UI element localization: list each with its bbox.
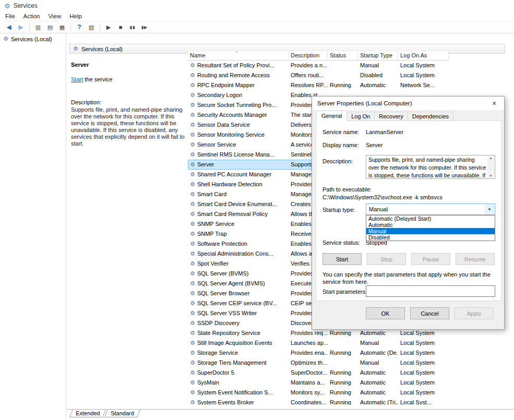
column-header-description[interactable]: Description <box>289 51 328 61</box>
menu-item-action[interactable]: Action <box>19 13 44 19</box>
service-description-cell: Coordinates... <box>289 398 328 405</box>
service-name-cell: ⚙Spot Verifier <box>188 259 289 269</box>
service-description-cell: Resolves RP... <box>289 80 328 90</box>
service-gear-icon: ⚙ <box>190 320 195 326</box>
service-gear-icon: ⚙ <box>190 310 195 316</box>
forward-icon[interactable]: ▶ <box>15 22 27 32</box>
help-icon[interactable]: ? <box>74 22 85 32</box>
start-parameters-hint: You can specify the start parameters tha… <box>322 271 496 285</box>
service-gear-icon: ⚙ <box>190 340 195 346</box>
service-row[interactable]: ⚙SuperDoctor 5SuperDoctor...RunningAutom… <box>188 368 449 378</box>
scroll-down-icon[interactable]: ▼ <box>489 174 493 178</box>
menu-item-view[interactable]: View <box>44 13 66 19</box>
dialog-titlebar[interactable]: Server Properties (Local Computer) <box>312 97 504 110</box>
dialog-close-icon[interactable]: × <box>484 97 504 110</box>
tree-item-services-local[interactable]: ⚙ Services (Local) <box>0 33 66 44</box>
show-console-tree-icon[interactable]: ▥ <box>32 22 44 32</box>
selected-service-title: Server <box>71 62 187 68</box>
service-name-cell: ⚙State Repository Service <box>188 328 289 338</box>
service-row[interactable]: ⚙Routing and Remote AccessOffers routi..… <box>188 70 449 80</box>
dialog-tab-log-on[interactable]: Log On <box>346 112 375 121</box>
service-status-cell: Running <box>328 388 358 398</box>
service-name-text: Software Protection <box>197 241 247 247</box>
service-gear-icon: ⚙ <box>190 379 195 386</box>
export-list-icon[interactable]: ▦ <box>56 22 68 32</box>
service-name-cell: ⚙Sensor Monitoring Service <box>188 130 289 140</box>
service-status-cell: Running <box>328 368 358 378</box>
service-gear-icon: ⚙ <box>190 260 195 267</box>
new-window-icon[interactable]: ▧ <box>86 22 97 32</box>
service-name-text: SQL Server Browser <box>197 290 249 296</box>
service-name-cell: ⚙Smart Card Removal Policy <box>188 209 289 219</box>
service-log-on-as-cell: Local System <box>398 70 449 80</box>
service-row[interactable]: ⚙RPC Endpoint MapperResolves RP...Runnin… <box>188 80 449 90</box>
start-service-link[interactable]: Start <box>71 76 83 82</box>
service-gear-icon: ⚙ <box>190 350 195 356</box>
view-tab-extended[interactable]: Extended <box>69 410 106 417</box>
dialog-tab-recovery[interactable]: Recovery <box>374 112 408 121</box>
menu-item-help[interactable]: Help <box>65 13 86 19</box>
services-app-icon: ⚙ <box>4 2 10 10</box>
service-name-cell: ⚙Special Administration Cons... <box>188 249 289 259</box>
service-status-cell: Running <box>328 80 358 90</box>
service-gear-icon: ⚙ <box>190 369 195 376</box>
column-header-startup-type[interactable]: Startup Type <box>358 51 398 61</box>
ok-button[interactable]: OK <box>366 307 405 319</box>
startup-type-combobox[interactable]: Manual ▾ <box>366 203 495 215</box>
cancel-button[interactable]: Cancel <box>410 307 449 319</box>
dialog-tab-general[interactable]: General <box>316 111 347 121</box>
service-row[interactable]: ⚙Resultant Set of Policy Provi...Provide… <box>188 61 449 70</box>
service-name-cell: ⚙Smart Card Device Enumerat... <box>188 199 289 209</box>
service-gear-icon: ⚙ <box>190 221 195 227</box>
service-name-text: SQL Server (BVMS) <box>197 270 249 277</box>
extended-detail-panel: Server Start the service Description: Su… <box>71 62 187 147</box>
service-gear-icon: ⚙ <box>190 250 195 257</box>
properties-icon[interactable]: ▤ <box>44 22 56 32</box>
service-log-on-as-cell: Local System <box>398 338 449 348</box>
service-name-text: SSDP Discovery <box>197 320 240 326</box>
service-row[interactable]: ⚙System Event Notification S...Monitors … <box>188 388 449 398</box>
service-name-text: Sentinel RMS License Mana... <box>197 151 274 158</box>
start-button[interactable]: Start <box>322 253 362 265</box>
service-name-cell: ⚙Smart Card <box>188 189 289 199</box>
service-row[interactable]: ⚙System Events BrokerCoordinates...Runni… <box>188 398 449 405</box>
dropdown-option-automatic-delayed-start-[interactable]: Automatic (Delayed Start) <box>366 215 495 222</box>
service-name-cell: ⚙Still Image Acquisition Events <box>188 338 289 348</box>
path-to-executable-label: Path to executable: <box>322 186 372 193</box>
service-gear-icon: ⚙ <box>190 171 195 177</box>
service-row[interactable]: ⚙Storage Tiers ManagementOptimizes th...… <box>188 358 449 368</box>
chevron-down-icon[interactable]: ▾ <box>485 205 494 214</box>
service-name-cell: ⚙SQL Server Browser <box>188 289 289 298</box>
menu-item-file[interactable]: File <box>1 13 19 19</box>
dialog-description-text: Supports file, print, and named-pipe sha… <box>368 157 486 179</box>
service-name-cell: ⚙System Events Broker <box>188 398 289 405</box>
service-row[interactable]: ⚙Storage ServiceProvides ena...RunningAu… <box>188 348 449 358</box>
pause-service-icon[interactable]: ▮▮ <box>127 22 138 32</box>
dialog-description-box[interactable]: Supports file, print, and named-pipe sha… <box>366 155 495 179</box>
start-service-icon[interactable]: ▶ <box>103 22 114 32</box>
dropdown-option-disabled[interactable]: Disabled <box>366 234 495 241</box>
service-row[interactable]: ⚙Still Image Acquisition EventsLaunches … <box>188 338 449 348</box>
stop-service-icon[interactable]: ■ <box>115 22 126 32</box>
view-tab-standard[interactable]: Standard <box>105 410 140 417</box>
column-header-name[interactable]: Nameˆ <box>188 51 289 61</box>
service-gear-icon: ⚙ <box>190 92 195 98</box>
column-header-log-on-as[interactable]: Log On As <box>398 51 449 61</box>
service-name-cell: ⚙Shared PC Account Manager <box>188 170 289 179</box>
scroll-up-icon[interactable]: ▲ <box>489 156 493 160</box>
service-name-cell: ⚙SQL Server Agent (BVMS) <box>188 279 289 289</box>
back-icon[interactable]: ◀ <box>3 22 15 32</box>
service-gear-icon: ⚙ <box>190 82 195 88</box>
service-row[interactable]: ⚙SysMainMaintains a...RunningAutomaticLo… <box>188 378 449 388</box>
start-parameters-input[interactable] <box>366 285 495 297</box>
service-log-on-as-cell: Local System <box>398 378 449 388</box>
dropdown-option-automatic[interactable]: Automatic <box>366 222 495 228</box>
service-name-text: Secure Socket Tunneling Pro... <box>197 102 277 108</box>
dropdown-option-manual[interactable]: Manual <box>366 228 495 234</box>
dialog-tab-dependencies[interactable]: Dependencies <box>408 112 453 121</box>
column-header-status[interactable]: Status <box>328 51 358 61</box>
description-scrollbar[interactable]: ▲▼ <box>487 156 494 178</box>
restart-service-icon[interactable]: ▮▶ <box>139 22 150 32</box>
service-status-cell: Running <box>328 378 358 388</box>
service-status-label: Service status: <box>322 239 360 246</box>
